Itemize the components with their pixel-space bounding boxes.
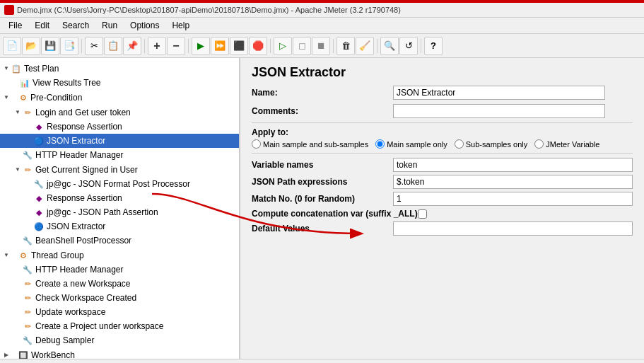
menu-options[interactable]: Options <box>124 19 165 32</box>
comments-input[interactable] <box>393 104 605 118</box>
toolbar-sep5 <box>333 39 334 53</box>
menu-file[interactable]: File <box>3 19 28 32</box>
tree-panel: 📋 Test Plan 📊 View Results Tree ⚙ Pre-Co… <box>0 58 240 359</box>
radio-main-only[interactable]: Main sample only <box>375 139 447 149</box>
expand-tg[interactable] <box>3 248 10 262</box>
label-test-plan: Test Plan <box>24 62 59 75</box>
toolbar-cut[interactable]: ✂ <box>85 37 103 55</box>
tree-node-workbench[interactable]: 🔲 WorkBench <box>0 347 239 359</box>
toolbar-collapse[interactable]: − <box>167 37 185 55</box>
variable-names-row: Variable names <box>252 158 633 172</box>
toolbar-copy[interactable]: 📋 <box>104 37 122 55</box>
tree-node-get-current-user[interactable]: ✏ Get Current Signed in User <box>0 162 239 177</box>
label-ds: Debug Sampler <box>35 334 94 347</box>
toolbar-save[interactable]: 💾 <box>41 37 59 55</box>
tree-node-json-extractor[interactable]: 🔵 JSON Extractor <box>0 134 239 148</box>
apply-to-label: Apply to: <box>252 127 628 137</box>
menu-edit[interactable]: Edit <box>29 19 55 32</box>
match-no-input[interactable] <box>393 192 633 206</box>
menu-search[interactable]: Search <box>57 19 95 32</box>
comments-row: Comments: <box>252 104 633 118</box>
toolbar-save-as[interactable]: 📑 <box>60 37 78 55</box>
expand-login[interactable] <box>14 105 21 119</box>
tree-node-create-project[interactable]: ✏ Create a Project under workspace <box>0 319 239 333</box>
title-bar: Demo.jmx (C:\Users\Jorry-PC\Desktop\2018… <box>0 3 644 18</box>
variable-names-label: Variable names <box>252 160 393 170</box>
icon-bs: 🔧 <box>22 235 33 246</box>
toolbar-clear[interactable]: 🗑 <box>336 37 355 55</box>
expand-pre-condition[interactable] <box>3 91 10 104</box>
toolbar-remote-shutdown[interactable]: ⏹ <box>312 37 330 55</box>
tree-node-response-assertion-1[interactable]: ◆ Response Assertion <box>0 120 239 134</box>
expand-gcu[interactable] <box>14 163 21 176</box>
tree-node-response-assertion-2[interactable]: ◆ Response Assertion <box>0 191 239 205</box>
tree-node-login[interactable]: ✏ Login and Get user token <box>0 105 239 120</box>
icon-test-plan: 📋 <box>11 63 22 74</box>
icon-ra1: ◆ <box>33 121 45 132</box>
toolbar-open[interactable]: 📂 <box>22 37 40 55</box>
tree-node-thread-group[interactable]: ⚙ Thread Group <box>0 248 239 263</box>
radio-input-jmeter-var[interactable] <box>534 139 544 149</box>
expand-wb[interactable] <box>3 348 10 359</box>
icon-ra2: ◆ <box>33 192 45 204</box>
tree-node-debug-sampler[interactable]: 🔧 Debug Sampler <box>0 333 239 347</box>
radio-label-main-sub: Main sample and sub-samples <box>263 140 368 149</box>
tree-node-create-workspace[interactable]: ✏ Create a new Workspace <box>0 277 239 291</box>
label-hh1: HTTP Header Manager <box>35 149 124 161</box>
tree-node-jp-gc-json-post[interactable]: 🔧 jp@gc - JSON Format Post Processor <box>0 177 239 191</box>
panel-title: JSON Extractor <box>252 65 633 80</box>
json-path-input[interactable] <box>393 175 633 189</box>
label-ra1: Response Assertion <box>47 120 122 133</box>
compute-concat-label: Compute concatenation var (suffix _ALL) <box>252 209 418 219</box>
toolbar-stop[interactable]: ⬛ <box>230 37 248 55</box>
tree-node-jp-gc-json-path[interactable]: ◆ jp@gc - JSON Path Assertion <box>0 205 239 219</box>
tree-node-json-extractor-2[interactable]: 🔵 JSON Extractor <box>0 219 239 234</box>
toolbar-search[interactable]: 🔍 <box>380 37 399 55</box>
radio-input-sub-only[interactable] <box>455 139 464 149</box>
label-login: Login and Get user token <box>35 106 131 119</box>
menu-help[interactable]: Help <box>166 19 195 32</box>
divider-1 <box>252 122 633 123</box>
tree-node-check-workspace[interactable]: ✏ Check Workspace Created <box>0 291 239 305</box>
icon-uw: ✏ <box>22 306 33 318</box>
label-view-results: View Results Tree <box>33 76 101 89</box>
tree-node-test-plan[interactable]: 📋 Test Plan <box>0 61 239 76</box>
tree-node-view-results[interactable]: 📊 View Results Tree <box>0 76 239 90</box>
toolbar-paste[interactable]: 📌 <box>123 37 141 55</box>
radio-jmeter-var[interactable]: JMeter Variable <box>534 139 599 149</box>
radio-group: Main sample and sub-samples Main sample … <box>252 139 633 149</box>
tree-node-http-header-1[interactable]: 🔧 HTTP Header Manager <box>0 148 239 162</box>
toolbar-help[interactable]: ? <box>424 37 443 55</box>
radio-main-sub[interactable]: Main sample and sub-samples <box>252 139 368 149</box>
toolbar-remote-stop[interactable]: ◻ <box>293 37 311 55</box>
radio-sub-only[interactable]: Sub-samples only <box>455 139 527 149</box>
toolbar-start[interactable]: ▶ <box>192 37 210 55</box>
toolbar-new[interactable]: 📄 <box>3 37 21 55</box>
name-input[interactable] <box>393 86 605 100</box>
radio-input-main-sub[interactable] <box>252 139 261 149</box>
toolbar-start-no-pause[interactable]: ⏩ <box>211 37 229 55</box>
compute-concat-checkbox[interactable] <box>418 209 427 219</box>
radio-input-main-only[interactable] <box>375 139 385 149</box>
menu-run[interactable]: Run <box>96 19 123 32</box>
toolbar-sep4 <box>270 39 271 53</box>
toolbar-expand[interactable]: + <box>148 37 166 55</box>
label-wb: WorkBench <box>31 349 75 359</box>
variable-names-input[interactable] <box>393 158 633 172</box>
tree-node-update-workspace[interactable]: ✏ Update workspace <box>0 305 239 319</box>
tree-node-http-header-2[interactable]: 🔧 HTTP Header Manager <box>0 263 239 277</box>
toolbar-shutdown[interactable]: 🛑 <box>249 37 267 55</box>
tree-node-beanshell[interactable]: 🔧 BeanShell PostProcessor <box>0 234 239 248</box>
toolbar-reset[interactable]: ↺ <box>399 37 418 55</box>
toolbar-clear-all[interactable]: 🧹 <box>356 37 374 55</box>
expand-test-plan[interactable] <box>3 62 10 75</box>
default-values-input[interactable] <box>393 221 633 236</box>
main-area: 📋 Test Plan 📊 View Results Tree ⚙ Pre-Co… <box>0 58 644 359</box>
radio-label-sub-only: Sub-samples only <box>466 140 527 149</box>
tree-node-pre-condition[interactable]: ⚙ Pre-Condition <box>0 90 239 105</box>
label-hh2: HTTP Header Manager <box>35 263 124 276</box>
toolbar-remote-start[interactable]: ▷ <box>274 37 292 55</box>
icon-login: ✏ <box>22 107 33 118</box>
app-icon <box>4 5 14 15</box>
name-label: Name: <box>252 88 393 98</box>
